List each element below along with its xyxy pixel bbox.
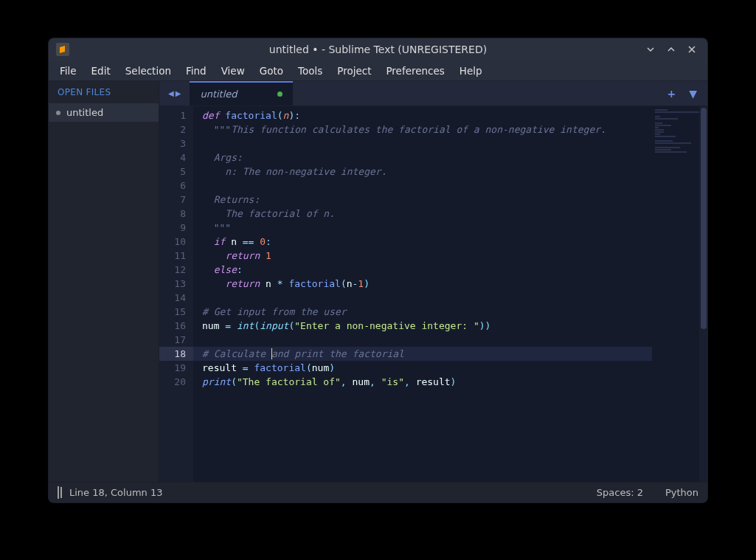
code-line[interactable]: """ <box>193 221 652 235</box>
line-number[interactable]: 9 <box>159 221 193 235</box>
code-line[interactable]: num = int(input("Enter a non-negative in… <box>193 319 652 333</box>
editor-area[interactable]: 1234567891011121314151617181920 def fact… <box>159 106 707 482</box>
code-line[interactable]: Args: <box>193 151 652 165</box>
sidebar: OPEN FILES untitled <box>49 81 159 482</box>
line-number[interactable]: 2 <box>159 122 193 136</box>
nav-back-icon[interactable]: ◀ <box>168 89 174 97</box>
line-number[interactable]: 7 <box>159 193 193 207</box>
line-number[interactable]: 19 <box>159 361 193 375</box>
app-window: untitled • - Sublime Text (UNREGISTERED)… <box>49 38 707 502</box>
code-line[interactable]: # Calculate and print the factorial <box>193 347 652 361</box>
gutter[interactable]: 1234567891011121314151617181920 <box>159 106 193 482</box>
code-line[interactable]: result = factorial(num) <box>193 361 652 375</box>
line-number[interactable]: 13 <box>159 277 193 291</box>
tab-strip: ◀ ▶ untitled + ▼ <box>159 81 707 106</box>
menu-view[interactable]: View <box>215 62 252 80</box>
status-syntax[interactable]: Python <box>665 487 698 498</box>
code-line[interactable]: return 1 <box>193 249 652 263</box>
open-file-label: untitled <box>66 107 103 118</box>
new-tab-button[interactable]: + <box>667 88 676 100</box>
menu-selection[interactable]: Selection <box>119 62 178 80</box>
status-position[interactable]: Line 18, Column 13 <box>69 487 163 498</box>
maximize-button[interactable] <box>666 44 676 55</box>
line-number[interactable]: 5 <box>159 165 193 179</box>
line-number[interactable]: 8 <box>159 207 193 221</box>
menu-help[interactable]: Help <box>453 62 489 80</box>
menu-file[interactable]: File <box>53 62 83 80</box>
minimize-button[interactable] <box>645 44 656 55</box>
app-icon <box>56 43 69 56</box>
code-line[interactable]: def factorial(n): <box>193 108 652 122</box>
menu-tools[interactable]: Tools <box>291 62 329 80</box>
panel-toggle-icon[interactable] <box>58 487 59 498</box>
line-number[interactable]: 11 <box>159 249 193 263</box>
menu-preferences[interactable]: Preferences <box>379 62 451 80</box>
line-number[interactable]: 15 <box>159 305 193 319</box>
code-content[interactable]: def factorial(n): """This function calcu… <box>193 106 652 482</box>
menu-project[interactable]: Project <box>330 62 378 80</box>
tab[interactable]: untitled <box>190 81 293 106</box>
code-line[interactable]: n: The non-negative integer. <box>193 165 652 179</box>
line-number[interactable]: 17 <box>159 333 193 347</box>
close-button[interactable] <box>687 44 697 55</box>
line-number[interactable]: 20 <box>159 375 193 389</box>
menu-find[interactable]: Find <box>179 62 213 80</box>
code-line[interactable]: else: <box>193 263 652 277</box>
line-number[interactable]: 14 <box>159 291 193 305</box>
code-line[interactable]: The factorial of n. <box>193 207 652 221</box>
text-cursor <box>271 348 272 359</box>
open-files-header: OPEN FILES <box>49 81 159 103</box>
code-line[interactable]: print("The factorial of", num, "is", res… <box>193 375 652 389</box>
scrollbar[interactable] <box>699 106 707 482</box>
code-line[interactable] <box>193 291 652 305</box>
nav-forward-icon[interactable]: ▶ <box>176 89 181 97</box>
code-line[interactable] <box>193 333 652 347</box>
code-line[interactable]: """This function calculates the factoria… <box>193 122 652 136</box>
tab-menu-button[interactable]: ▼ <box>689 88 697 100</box>
modified-dot-icon <box>56 111 60 115</box>
open-file-item[interactable]: untitled <box>49 103 159 122</box>
scrollbar-thumb[interactable] <box>701 108 707 329</box>
line-number[interactable]: 6 <box>159 179 193 193</box>
code-line[interactable]: if n == 0: <box>193 235 652 249</box>
line-number[interactable]: 18 <box>159 347 193 361</box>
status-spaces[interactable]: Spaces: 2 <box>597 487 643 498</box>
line-number[interactable]: 16 <box>159 319 193 333</box>
title-bar[interactable]: untitled • - Sublime Text (UNREGISTERED) <box>49 38 707 61</box>
status-bar: Line 18, Column 13 Spaces: 2 Python <box>49 482 707 502</box>
menu-edit[interactable]: Edit <box>85 62 117 80</box>
line-number[interactable]: 10 <box>159 235 193 249</box>
line-number[interactable]: 12 <box>159 263 193 277</box>
modified-dot-icon <box>277 91 282 97</box>
window-title: untitled • - Sublime Text (UNREGISTERED) <box>49 44 707 55</box>
line-number[interactable]: 4 <box>159 151 193 165</box>
code-line[interactable] <box>193 179 652 193</box>
menu-goto[interactable]: Goto <box>253 62 290 80</box>
code-line[interactable]: # Get input from the user <box>193 305 652 319</box>
code-line[interactable] <box>193 136 652 151</box>
code-line[interactable]: return n * factorial(n-1) <box>193 277 652 291</box>
tab-label: untitled <box>200 89 237 100</box>
line-number[interactable]: 1 <box>159 108 193 122</box>
line-number[interactable]: 3 <box>159 136 193 151</box>
menu-bar: FileEditSelectionFindViewGotoToolsProjec… <box>49 61 707 81</box>
code-line[interactable]: Returns: <box>193 193 652 207</box>
